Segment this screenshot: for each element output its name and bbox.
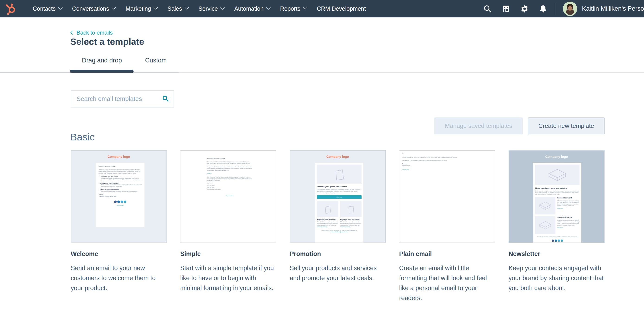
thumb-heading: Promote your goods and services: [317, 186, 362, 188]
thumb-unsubscribe-link: Unsubscribe: [207, 195, 252, 197]
marketplace-icon[interactable]: [497, 0, 515, 18]
notifications-bell-icon[interactable]: [534, 0, 552, 18]
thumb-paragraph: Thanks so much for joining our mailing l…: [402, 156, 472, 158]
thumb-list-body: Give an overview of an existing blog pos…: [101, 178, 142, 181]
thumb-email-body: Hi CONTACT.FIRSTNAME, Thank the reader f…: [96, 163, 144, 227]
nav-item-label: Conversations: [72, 5, 109, 12]
thumb-greeting: Hi,: [402, 153, 472, 155]
chevron-left-icon: [70, 31, 74, 35]
simple-template-thumbnail[interactable]: Hello CONTACT.FIRSTNAME, Plain text emai…: [180, 150, 276, 243]
thumb-story-image: [535, 197, 556, 214]
primary-nav: Contacts Conversations Marketing Sales S…: [27, 0, 371, 18]
user-avatar[interactable]: [563, 2, 577, 16]
select-template-page: Contacts Conversations Marketing Sales S…: [0, 0, 644, 311]
chevron-down-icon: [266, 5, 270, 10]
nav-item-label: Reports: [280, 5, 300, 12]
email-icon: [124, 200, 126, 203]
chevron-down-icon: [184, 5, 189, 10]
thumb-link: learn more or shop.: [317, 226, 327, 227]
nav-item-conversations[interactable]: Conversations: [67, 0, 120, 18]
promotion-template-thumbnail[interactable]: Company logo Promote your goods and serv…: [290, 150, 386, 243]
thumb-paragraph: Now it's time to wrap up your email. Bef…: [207, 176, 252, 182]
thumb-story-heading: Spread the word: [557, 216, 580, 219]
newsletter-template-thumbnail[interactable]: Company logo Share your latest news and …: [508, 150, 604, 243]
nav-item-label: CRM Development: [317, 5, 366, 12]
search-input[interactable]: [71, 90, 174, 107]
nav-divider: [555, 3, 555, 15]
thumb-column-heading: Highlight your best deals: [317, 218, 338, 220]
thumb-hero-image: [317, 165, 362, 184]
template-type-tabs: Drag and drop Custom: [70, 56, 178, 65]
template-description: Create an email with little formatting t…: [399, 263, 496, 303]
thumb-unsubscribe-link: Unsubscribe: [98, 205, 142, 207]
nav-item-label: Marketing: [126, 5, 151, 12]
search-icon[interactable]: [478, 0, 497, 18]
template-name: Plain email: [399, 250, 495, 258]
thumb-signoff: Thanks,: [402, 163, 472, 165]
nav-item-label: Contacts: [33, 5, 56, 12]
nav-item-contacts[interactable]: Contacts: [27, 0, 67, 18]
chevron-down-icon: [154, 5, 158, 10]
create-new-template-button[interactable]: Create new template: [528, 117, 604, 134]
thumb-read-more-link: Read more: [557, 227, 580, 229]
back-to-emails-link[interactable]: Back to emails: [71, 30, 113, 36]
nav-item-sales[interactable]: Sales: [162, 0, 193, 18]
section-title-basic: Basic: [70, 131, 94, 143]
thumb-paragraph: Thank the reader for signing up to your …: [98, 169, 142, 174]
thumb-footer-text: Have questions? Either respond to this e…: [317, 230, 362, 231]
tab-custom[interactable]: Custom: [134, 56, 178, 65]
thumb-link: Link text: [207, 173, 252, 175]
template-description: Keep your contacts engaged with your bra…: [508, 263, 605, 293]
thumb-column-heading: Highlight your best deals: [340, 218, 362, 220]
tab-drag-and-drop[interactable]: Drag and drop: [70, 56, 134, 65]
template-card-welcome: Company logo Hi CONTACT.FIRSTNAME, Thank…: [71, 150, 167, 303]
nav-item-crm-development[interactable]: CRM Development: [312, 0, 371, 18]
thumb-paragraph: Add a brief description for a product or…: [317, 221, 338, 226]
nav-item-label: Service: [198, 5, 218, 12]
thumb-list-title: 1. Showcase your best stories: [100, 176, 142, 178]
thumb-signoff: Your full name: [207, 185, 252, 187]
thumb-paragraph: Plain text emails have minimal formattin…: [207, 161, 252, 165]
template-card-newsletter: Company logo Share your latest news and …: [508, 150, 604, 303]
nav-item-service[interactable]: Service: [193, 0, 229, 18]
settings-gear-icon[interactable]: [515, 0, 534, 18]
account-name[interactable]: Kaitlin Milliken's Perso: [582, 5, 644, 12]
nav-utilities: Kaitlin Milliken's Perso: [478, 0, 644, 18]
template-name: Promotion: [290, 250, 386, 258]
thumb-company-logo: Company logo: [509, 151, 604, 159]
top-navigation-bar: Contacts Conversations Marketing Sales S…: [0, 0, 644, 18]
thumb-heading: Share your latest news and updates: [535, 187, 580, 189]
template-description: Sell your products and services and prom…: [290, 263, 386, 283]
nav-item-marketing[interactable]: Marketing: [120, 0, 162, 18]
template-card-promotion: Company logo Promote your goods and serv…: [290, 150, 386, 303]
thumb-social-icons: [535, 239, 580, 242]
thumb-product-image: [340, 201, 362, 217]
thumb-paragraph: Set the stage by telling the reader what…: [535, 190, 580, 195]
thumb-signoff: All the best,: [207, 183, 252, 185]
hubspot-logo-icon[interactable]: [6, 3, 17, 15]
thumb-list-body: Share a link to your website's about us …: [101, 184, 142, 188]
chevron-down-icon: [220, 5, 225, 10]
thumb-paragraph: Use an attention-grabbing headline that …: [317, 189, 362, 194]
thumb-cta-button: Shop now: [317, 195, 362, 199]
thumb-hero-image: [535, 165, 580, 185]
thumb-footer-link: youremailaddress@example.com: [317, 231, 362, 233]
welcome-template-thumbnail[interactable]: Company logo Hi CONTACT.FIRSTNAME, Thank…: [71, 150, 167, 243]
thumb-list-body: Tell your reader how they can get in tou…: [101, 191, 142, 193]
template-card-plain-email: Hi, Thanks so much for joining our maili…: [399, 150, 495, 303]
nav-item-automation[interactable]: Automation: [229, 0, 274, 18]
thumb-footer-text: Invite people to share your newsletter w…: [535, 236, 580, 238]
manage-saved-templates-button: Manage saved templates: [434, 117, 523, 134]
facebook-icon: [114, 200, 117, 203]
thumb-company-logo: Company logo: [71, 151, 166, 159]
thumb-paragraph: Let me know if you have any questions or…: [402, 160, 472, 162]
thumb-paragraph: What interesting projects are you workin…: [557, 220, 580, 226]
chevron-down-icon: [303, 5, 307, 10]
back-link-label: Back to emails: [76, 30, 113, 36]
search-icon[interactable]: [162, 95, 169, 102]
template-description: Start with a simple template if you like…: [180, 263, 277, 293]
plain-email-template-thumbnail[interactable]: Hi, Thanks so much for joining our maili…: [399, 150, 495, 243]
nav-item-label: Sales: [168, 5, 182, 12]
nav-item-reports[interactable]: Reports: [275, 0, 312, 18]
twitter-icon: [120, 200, 123, 203]
